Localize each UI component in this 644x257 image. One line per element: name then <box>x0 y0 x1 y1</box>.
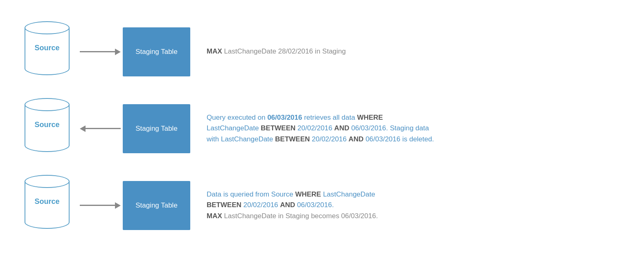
description-text: Query executed on 06/03/2016 retrieves a… <box>207 112 434 145</box>
desc-span: LastChangeDate <box>321 190 375 198</box>
desc-span: AND <box>349 135 364 143</box>
row-1: SourceStaging TableMAX LastChangeDate 28… <box>16 17 628 87</box>
staging-table-box: Staging Table <box>123 104 190 153</box>
desc-span: 06/03/2016 is deleted. <box>364 135 434 143</box>
desc-span: Data is queried from Source <box>207 190 295 198</box>
arrow-line <box>80 51 115 52</box>
source-label: Source <box>34 44 59 52</box>
arrow-head <box>115 202 121 209</box>
diagram-container: SourceStaging TableMAX LastChangeDate 28… <box>0 9 644 248</box>
desc-span: 06/03/2016. Staging data <box>349 124 429 132</box>
row-3: SourceStaging TableData is queried from … <box>16 171 628 240</box>
desc-span: BETWEEN <box>275 135 310 143</box>
desc-span: BETWEEN <box>261 124 295 132</box>
desc-span: LastChangeDate 28/02/2016 in Staging <box>224 47 346 55</box>
description-area: Query executed on 06/03/2016 retrieves a… <box>190 112 628 145</box>
arrow-left <box>78 125 123 132</box>
cylinder-top <box>25 21 70 34</box>
row-2: SourceStaging TableQuery executed on 06/… <box>16 94 628 163</box>
desc-span: 06/03/2016 <box>267 114 302 121</box>
desc-span: LastChangeDate in Staging becomes 06/03/… <box>224 212 378 220</box>
desc-span: 06/03/2016. <box>295 201 334 209</box>
arrow-line <box>86 128 121 129</box>
source-label: Source <box>34 121 59 129</box>
staging-table-label: Staging Table <box>135 201 178 210</box>
desc-span: 20/02/2016 <box>295 124 334 132</box>
arrow-line <box>80 205 115 206</box>
cylinder-top <box>25 98 70 111</box>
source-cylinder: Source <box>16 175 78 236</box>
arrow-head <box>80 125 86 132</box>
desc-span: AND <box>280 201 295 209</box>
arrow-right <box>78 49 123 55</box>
desc-span: WHERE <box>295 190 321 198</box>
arrow-head <box>115 49 121 55</box>
desc-span: MAX <box>207 212 224 220</box>
source-cylinder: Source <box>16 98 78 159</box>
staging-table-box: Staging Table <box>123 181 190 230</box>
desc-span: BETWEEN <box>207 201 241 209</box>
desc-span: retrieves all data <box>302 114 357 121</box>
staging-table-label: Staging Table <box>135 48 178 56</box>
desc-span: Query executed on <box>207 114 267 121</box>
staging-table-label: Staging Table <box>135 125 178 133</box>
desc-span: with LastChangeDate <box>207 135 275 143</box>
desc-span: 20/02/2016 <box>241 201 280 209</box>
source-cylinder: Source <box>16 21 78 83</box>
description-text: MAX LastChangeDate 28/02/2016 in Staging <box>207 46 346 57</box>
desc-span: WHERE <box>357 114 383 121</box>
desc-span: LastChangeDate <box>207 124 261 132</box>
cylinder-top <box>25 175 70 188</box>
description-area: MAX LastChangeDate 28/02/2016 in Staging <box>190 46 628 57</box>
description-area: Data is queried from Source WHERE LastCh… <box>190 189 628 221</box>
desc-span: MAX <box>207 47 224 55</box>
description-text: Data is queried from Source WHERE LastCh… <box>207 189 378 221</box>
staging-table-box: Staging Table <box>123 27 190 76</box>
desc-span: 20/02/2016 <box>310 135 349 143</box>
desc-span: AND <box>334 124 349 132</box>
source-label: Source <box>34 197 59 206</box>
arrow-right <box>78 202 123 209</box>
